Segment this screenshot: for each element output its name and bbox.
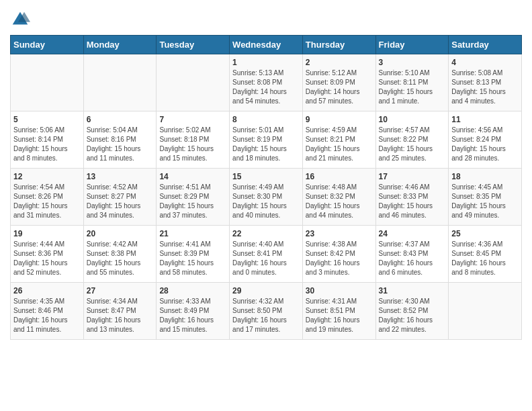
day-number: 12	[13, 172, 81, 181]
calendar-table: SundayMondayTuesdayWednesdayThursdayFrid…	[10, 35, 522, 340]
day-info: Sunrise: 4:49 AMSunset: 8:30 PMDaylight:…	[232, 183, 300, 220]
calendar-week-row: 1Sunrise: 5:13 AMSunset: 8:08 PMDaylight…	[11, 54, 522, 111]
calendar-cell: 25Sunrise: 4:36 AMSunset: 8:45 PMDayligh…	[449, 226, 522, 283]
calendar-cell: 4Sunrise: 5:08 AMSunset: 8:13 PMDaylight…	[449, 54, 522, 111]
day-info: Sunrise: 4:57 AMSunset: 8:22 PMDaylight:…	[379, 126, 446, 163]
day-number: 23	[306, 229, 373, 238]
day-info: Sunrise: 4:51 AMSunset: 8:29 PMDaylight:…	[159, 183, 226, 220]
day-number: 10	[379, 115, 446, 124]
day-number: 28	[159, 286, 226, 295]
day-info: Sunrise: 4:40 AMSunset: 8:41 PMDaylight:…	[232, 240, 300, 277]
day-number: 19	[13, 229, 81, 238]
day-info: Sunrise: 5:01 AMSunset: 8:19 PMDaylight:…	[232, 126, 300, 163]
day-number: 11	[451, 115, 519, 124]
calendar-cell: 8Sunrise: 5:01 AMSunset: 8:19 PMDaylight…	[230, 111, 303, 169]
calendar-cell: 7Sunrise: 5:02 AMSunset: 8:18 PMDaylight…	[157, 111, 230, 169]
calendar-cell: 3Sunrise: 5:10 AMSunset: 8:11 PMDaylight…	[375, 54, 449, 111]
page-header	[10, 7, 522, 30]
day-number: 20	[87, 229, 154, 238]
calendar-cell: 14Sunrise: 4:51 AMSunset: 8:29 PMDayligh…	[157, 169, 230, 226]
calendar-cell: 13Sunrise: 4:52 AMSunset: 8:27 PMDayligh…	[83, 169, 157, 226]
day-number: 25	[451, 229, 519, 238]
weekday-header-thursday: Thursday	[302, 36, 375, 54]
day-info: Sunrise: 4:32 AMSunset: 8:50 PMDaylight:…	[232, 297, 300, 334]
weekday-header-sunday: Sunday	[11, 36, 84, 54]
calendar-cell: 5Sunrise: 5:06 AMSunset: 8:14 PMDaylight…	[11, 111, 84, 169]
calendar-cell: 17Sunrise: 4:46 AMSunset: 8:33 PMDayligh…	[375, 169, 449, 226]
day-info: Sunrise: 4:36 AMSunset: 8:45 PMDaylight:…	[451, 240, 519, 277]
weekday-header-friday: Friday	[375, 36, 449, 54]
calendar-cell: 22Sunrise: 4:40 AMSunset: 8:41 PMDayligh…	[230, 226, 303, 283]
day-number: 3	[379, 58, 446, 67]
day-number: 29	[232, 286, 300, 295]
calendar-cell: 20Sunrise: 4:42 AMSunset: 8:38 PMDayligh…	[83, 226, 157, 283]
day-info: Sunrise: 5:02 AMSunset: 8:18 PMDaylight:…	[159, 126, 226, 163]
calendar-cell	[83, 54, 157, 111]
calendar-cell: 11Sunrise: 4:56 AMSunset: 8:24 PMDayligh…	[449, 111, 522, 169]
day-number: 8	[232, 115, 300, 124]
day-number: 9	[306, 115, 373, 124]
day-number: 30	[306, 286, 373, 295]
logo-icon	[10, 9, 30, 30]
calendar-cell: 2Sunrise: 5:12 AMSunset: 8:09 PMDaylight…	[302, 54, 375, 111]
day-info: Sunrise: 5:10 AMSunset: 8:11 PMDaylight:…	[379, 68, 446, 106]
calendar-cell: 12Sunrise: 4:54 AMSunset: 8:26 PMDayligh…	[11, 169, 84, 226]
weekday-header-saturday: Saturday	[449, 36, 522, 54]
calendar-cell: 9Sunrise: 4:59 AMSunset: 8:21 PMDaylight…	[302, 111, 375, 169]
day-number: 16	[306, 172, 373, 181]
day-info: Sunrise: 5:08 AMSunset: 8:13 PMDaylight:…	[451, 68, 519, 106]
day-info: Sunrise: 4:37 AMSunset: 8:43 PMDaylight:…	[379, 240, 446, 277]
calendar-cell: 10Sunrise: 4:57 AMSunset: 8:22 PMDayligh…	[375, 111, 449, 169]
day-number: 7	[159, 115, 226, 124]
day-number: 15	[232, 172, 300, 181]
calendar-week-row: 26Sunrise: 4:35 AMSunset: 8:46 PMDayligh…	[11, 283, 522, 340]
day-info: Sunrise: 5:12 AMSunset: 8:09 PMDaylight:…	[306, 68, 373, 106]
day-info: Sunrise: 4:33 AMSunset: 8:49 PMDaylight:…	[159, 297, 226, 334]
day-number: 14	[159, 172, 226, 181]
day-info: Sunrise: 4:38 AMSunset: 8:42 PMDaylight:…	[306, 240, 373, 277]
calendar-cell	[11, 54, 84, 111]
calendar-cell: 15Sunrise: 4:49 AMSunset: 8:30 PMDayligh…	[230, 169, 303, 226]
day-number: 31	[379, 286, 446, 295]
logo	[10, 9, 32, 30]
calendar-cell: 31Sunrise: 4:30 AMSunset: 8:52 PMDayligh…	[375, 283, 449, 340]
calendar-cell	[449, 283, 522, 340]
calendar-cell: 16Sunrise: 4:48 AMSunset: 8:32 PMDayligh…	[302, 169, 375, 226]
day-info: Sunrise: 4:34 AMSunset: 8:47 PMDaylight:…	[87, 297, 154, 334]
calendar-cell: 18Sunrise: 4:45 AMSunset: 8:35 PMDayligh…	[449, 169, 522, 226]
day-number: 21	[159, 229, 226, 238]
weekday-header-row: SundayMondayTuesdayWednesdayThursdayFrid…	[11, 36, 522, 54]
calendar-cell: 1Sunrise: 5:13 AMSunset: 8:08 PMDaylight…	[230, 54, 303, 111]
day-number: 26	[13, 286, 81, 295]
day-info: Sunrise: 4:46 AMSunset: 8:33 PMDaylight:…	[379, 183, 446, 220]
day-number: 18	[451, 172, 519, 181]
day-info: Sunrise: 4:31 AMSunset: 8:51 PMDaylight:…	[306, 297, 373, 334]
day-info: Sunrise: 4:48 AMSunset: 8:32 PMDaylight:…	[306, 183, 373, 220]
calendar-cell: 30Sunrise: 4:31 AMSunset: 8:51 PMDayligh…	[302, 283, 375, 340]
day-number: 2	[306, 58, 373, 67]
day-info: Sunrise: 4:44 AMSunset: 8:36 PMDaylight:…	[13, 240, 81, 277]
calendar-cell: 6Sunrise: 5:04 AMSunset: 8:16 PMDaylight…	[83, 111, 157, 169]
weekday-header-wednesday: Wednesday	[230, 36, 303, 54]
day-number: 22	[232, 229, 300, 238]
calendar-week-row: 19Sunrise: 4:44 AMSunset: 8:36 PMDayligh…	[11, 226, 522, 283]
calendar-body: 1Sunrise: 5:13 AMSunset: 8:08 PMDaylight…	[11, 54, 522, 340]
day-info: Sunrise: 4:54 AMSunset: 8:26 PMDaylight:…	[13, 183, 81, 220]
day-info: Sunrise: 5:04 AMSunset: 8:16 PMDaylight:…	[87, 126, 154, 163]
calendar-cell: 19Sunrise: 4:44 AMSunset: 8:36 PMDayligh…	[11, 226, 84, 283]
calendar-cell: 27Sunrise: 4:34 AMSunset: 8:47 PMDayligh…	[83, 283, 157, 340]
day-number: 17	[379, 172, 446, 181]
weekday-header-tuesday: Tuesday	[157, 36, 230, 54]
day-info: Sunrise: 4:42 AMSunset: 8:38 PMDaylight:…	[87, 240, 154, 277]
day-number: 27	[87, 286, 154, 295]
calendar-cell: 28Sunrise: 4:33 AMSunset: 8:49 PMDayligh…	[157, 283, 230, 340]
day-info: Sunrise: 4:41 AMSunset: 8:39 PMDaylight:…	[159, 240, 226, 277]
day-number: 13	[87, 172, 154, 181]
day-number: 1	[232, 58, 300, 67]
day-number: 24	[379, 229, 446, 238]
calendar-week-row: 5Sunrise: 5:06 AMSunset: 8:14 PMDaylight…	[11, 111, 522, 169]
calendar-cell: 26Sunrise: 4:35 AMSunset: 8:46 PMDayligh…	[11, 283, 84, 340]
day-number: 5	[13, 115, 81, 124]
day-info: Sunrise: 5:06 AMSunset: 8:14 PMDaylight:…	[13, 126, 81, 163]
day-info: Sunrise: 4:52 AMSunset: 8:27 PMDaylight:…	[87, 183, 154, 220]
